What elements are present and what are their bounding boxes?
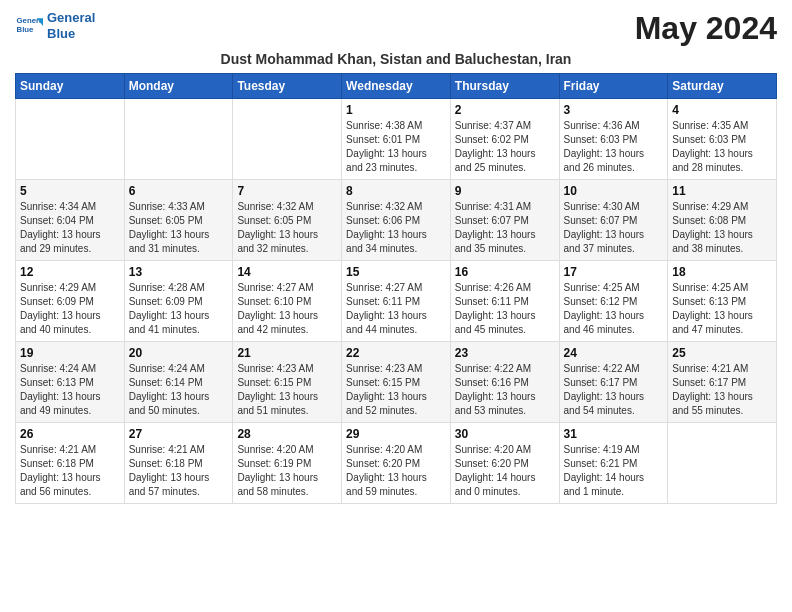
calendar-cell: 19Sunrise: 4:24 AM Sunset: 6:13 PM Dayli…: [16, 342, 125, 423]
weekday-header-sunday: Sunday: [16, 74, 125, 99]
day-info: Sunrise: 4:28 AM Sunset: 6:09 PM Dayligh…: [129, 281, 229, 337]
day-number: 23: [455, 346, 555, 360]
day-number: 14: [237, 265, 337, 279]
day-number: 17: [564, 265, 664, 279]
day-info: Sunrise: 4:20 AM Sunset: 6:19 PM Dayligh…: [237, 443, 337, 499]
calendar-cell: 3Sunrise: 4:36 AM Sunset: 6:03 PM Daylig…: [559, 99, 668, 180]
calendar-cell: 9Sunrise: 4:31 AM Sunset: 6:07 PM Daylig…: [450, 180, 559, 261]
day-number: 18: [672, 265, 772, 279]
day-info: Sunrise: 4:22 AM Sunset: 6:17 PM Dayligh…: [564, 362, 664, 418]
calendar-cell: 15Sunrise: 4:27 AM Sunset: 6:11 PM Dayli…: [342, 261, 451, 342]
calendar-cell: 27Sunrise: 4:21 AM Sunset: 6:18 PM Dayli…: [124, 423, 233, 504]
weekday-header-row: SundayMondayTuesdayWednesdayThursdayFrid…: [16, 74, 777, 99]
weekday-header-monday: Monday: [124, 74, 233, 99]
day-info: Sunrise: 4:34 AM Sunset: 6:04 PM Dayligh…: [20, 200, 120, 256]
calendar-table: SundayMondayTuesdayWednesdayThursdayFrid…: [15, 73, 777, 504]
day-number: 13: [129, 265, 229, 279]
day-info: Sunrise: 4:29 AM Sunset: 6:08 PM Dayligh…: [672, 200, 772, 256]
day-number: 16: [455, 265, 555, 279]
day-info: Sunrise: 4:21 AM Sunset: 6:18 PM Dayligh…: [129, 443, 229, 499]
calendar-cell: 25Sunrise: 4:21 AM Sunset: 6:17 PM Dayli…: [668, 342, 777, 423]
day-number: 26: [20, 427, 120, 441]
day-number: 31: [564, 427, 664, 441]
day-number: 27: [129, 427, 229, 441]
logo: General Blue General Blue: [15, 10, 95, 41]
day-info: Sunrise: 4:38 AM Sunset: 6:01 PM Dayligh…: [346, 119, 446, 175]
logo-line1: General: [47, 10, 95, 25]
month-title: May 2024: [635, 10, 777, 47]
calendar-week-row: 12Sunrise: 4:29 AM Sunset: 6:09 PM Dayli…: [16, 261, 777, 342]
day-info: Sunrise: 4:32 AM Sunset: 6:06 PM Dayligh…: [346, 200, 446, 256]
day-number: 6: [129, 184, 229, 198]
day-number: 25: [672, 346, 772, 360]
weekday-header-wednesday: Wednesday: [342, 74, 451, 99]
day-info: Sunrise: 4:25 AM Sunset: 6:13 PM Dayligh…: [672, 281, 772, 337]
day-number: 28: [237, 427, 337, 441]
calendar-cell: 24Sunrise: 4:22 AM Sunset: 6:17 PM Dayli…: [559, 342, 668, 423]
calendar-cell: 7Sunrise: 4:32 AM Sunset: 6:05 PM Daylig…: [233, 180, 342, 261]
day-info: Sunrise: 4:23 AM Sunset: 6:15 PM Dayligh…: [237, 362, 337, 418]
logo-icon: General Blue: [15, 12, 43, 40]
day-info: Sunrise: 4:21 AM Sunset: 6:17 PM Dayligh…: [672, 362, 772, 418]
day-number: 21: [237, 346, 337, 360]
day-info: Sunrise: 4:20 AM Sunset: 6:20 PM Dayligh…: [346, 443, 446, 499]
calendar-week-row: 1Sunrise: 4:38 AM Sunset: 6:01 PM Daylig…: [16, 99, 777, 180]
day-number: 15: [346, 265, 446, 279]
calendar-cell: 18Sunrise: 4:25 AM Sunset: 6:13 PM Dayli…: [668, 261, 777, 342]
weekday-header-friday: Friday: [559, 74, 668, 99]
calendar-cell: 21Sunrise: 4:23 AM Sunset: 6:15 PM Dayli…: [233, 342, 342, 423]
day-info: Sunrise: 4:24 AM Sunset: 6:13 PM Dayligh…: [20, 362, 120, 418]
calendar-cell: 2Sunrise: 4:37 AM Sunset: 6:02 PM Daylig…: [450, 99, 559, 180]
day-info: Sunrise: 4:21 AM Sunset: 6:18 PM Dayligh…: [20, 443, 120, 499]
day-info: Sunrise: 4:36 AM Sunset: 6:03 PM Dayligh…: [564, 119, 664, 175]
calendar-cell: 16Sunrise: 4:26 AM Sunset: 6:11 PM Dayli…: [450, 261, 559, 342]
day-number: 22: [346, 346, 446, 360]
logo-text: General Blue: [47, 10, 95, 41]
calendar-cell: 29Sunrise: 4:20 AM Sunset: 6:20 PM Dayli…: [342, 423, 451, 504]
day-info: Sunrise: 4:30 AM Sunset: 6:07 PM Dayligh…: [564, 200, 664, 256]
calendar-cell: 4Sunrise: 4:35 AM Sunset: 6:03 PM Daylig…: [668, 99, 777, 180]
day-number: 8: [346, 184, 446, 198]
day-number: 1: [346, 103, 446, 117]
calendar-cell: 11Sunrise: 4:29 AM Sunset: 6:08 PM Dayli…: [668, 180, 777, 261]
calendar-cell: [124, 99, 233, 180]
day-number: 29: [346, 427, 446, 441]
day-number: 4: [672, 103, 772, 117]
day-number: 24: [564, 346, 664, 360]
day-info: Sunrise: 4:31 AM Sunset: 6:07 PM Dayligh…: [455, 200, 555, 256]
calendar-cell: 12Sunrise: 4:29 AM Sunset: 6:09 PM Dayli…: [16, 261, 125, 342]
day-info: Sunrise: 4:23 AM Sunset: 6:15 PM Dayligh…: [346, 362, 446, 418]
day-number: 7: [237, 184, 337, 198]
calendar-cell: 30Sunrise: 4:20 AM Sunset: 6:20 PM Dayli…: [450, 423, 559, 504]
day-number: 30: [455, 427, 555, 441]
weekday-header-saturday: Saturday: [668, 74, 777, 99]
day-number: 2: [455, 103, 555, 117]
calendar-cell: 13Sunrise: 4:28 AM Sunset: 6:09 PM Dayli…: [124, 261, 233, 342]
day-info: Sunrise: 4:27 AM Sunset: 6:11 PM Dayligh…: [346, 281, 446, 337]
calendar-cell: 26Sunrise: 4:21 AM Sunset: 6:18 PM Dayli…: [16, 423, 125, 504]
calendar-cell: [668, 423, 777, 504]
weekday-header-thursday: Thursday: [450, 74, 559, 99]
day-info: Sunrise: 4:35 AM Sunset: 6:03 PM Dayligh…: [672, 119, 772, 175]
day-info: Sunrise: 4:26 AM Sunset: 6:11 PM Dayligh…: [455, 281, 555, 337]
day-info: Sunrise: 4:33 AM Sunset: 6:05 PM Dayligh…: [129, 200, 229, 256]
day-info: Sunrise: 4:29 AM Sunset: 6:09 PM Dayligh…: [20, 281, 120, 337]
calendar-cell: 6Sunrise: 4:33 AM Sunset: 6:05 PM Daylig…: [124, 180, 233, 261]
calendar-cell: 10Sunrise: 4:30 AM Sunset: 6:07 PM Dayli…: [559, 180, 668, 261]
calendar-cell: 14Sunrise: 4:27 AM Sunset: 6:10 PM Dayli…: [233, 261, 342, 342]
day-number: 10: [564, 184, 664, 198]
day-info: Sunrise: 4:32 AM Sunset: 6:05 PM Dayligh…: [237, 200, 337, 256]
day-info: Sunrise: 4:27 AM Sunset: 6:10 PM Dayligh…: [237, 281, 337, 337]
calendar-week-row: 26Sunrise: 4:21 AM Sunset: 6:18 PM Dayli…: [16, 423, 777, 504]
calendar-cell: 1Sunrise: 4:38 AM Sunset: 6:01 PM Daylig…: [342, 99, 451, 180]
day-number: 12: [20, 265, 120, 279]
calendar-cell: 28Sunrise: 4:20 AM Sunset: 6:19 PM Dayli…: [233, 423, 342, 504]
day-info: Sunrise: 4:19 AM Sunset: 6:21 PM Dayligh…: [564, 443, 664, 499]
day-number: 20: [129, 346, 229, 360]
day-info: Sunrise: 4:20 AM Sunset: 6:20 PM Dayligh…: [455, 443, 555, 499]
calendar-cell: 8Sunrise: 4:32 AM Sunset: 6:06 PM Daylig…: [342, 180, 451, 261]
calendar-cell: 5Sunrise: 4:34 AM Sunset: 6:04 PM Daylig…: [16, 180, 125, 261]
calendar-cell: [233, 99, 342, 180]
day-number: 9: [455, 184, 555, 198]
day-number: 11: [672, 184, 772, 198]
